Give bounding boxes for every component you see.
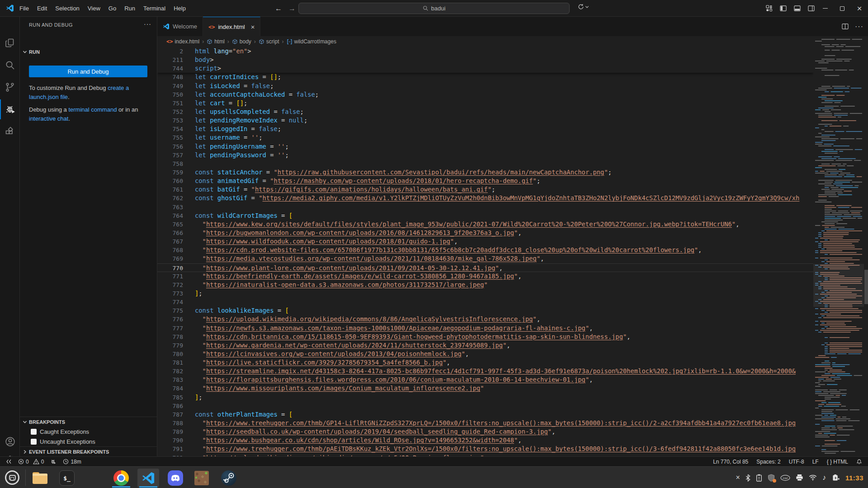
line-col-indicator[interactable]: Ln 770, Col 85: [711, 457, 750, 467]
menu-view[interactable]: View: [84, 3, 104, 14]
menu-terminal[interactable]: Terminal: [139, 3, 170, 14]
file-manager-icon[interactable]: [29, 469, 51, 488]
line-number[interactable]: 774: [157, 298, 183, 306]
bluetooth-icon[interactable]: [745, 474, 750, 482]
code-line[interactable]: 761const batGif = "https://gifgifs.com/a…: [157, 185, 813, 194]
code-line[interactable]: 764const wildCarrotImages = [: [157, 211, 813, 220]
menu-file[interactable]: File: [15, 3, 33, 14]
code-line[interactable]: 783 "https://florapittsburghensis.files.…: [157, 375, 813, 384]
code-line[interactable]: 771 "https://beefriendly-earth.de/assets…: [157, 272, 813, 281]
code-line[interactable]: 790 "https://www.bushgear.co.uk/cdn/shop…: [157, 436, 813, 445]
intel-icon[interactable]: intel: [780, 475, 790, 481]
breakpoint-row-uncaught-exceptions[interactable]: Uncaught Exceptions: [20, 436, 157, 446]
notifications-bell-icon[interactable]: [854, 457, 864, 467]
minimap[interactable]: [813, 36, 864, 456]
breadcrumb-item-html[interactable]: html: [207, 38, 225, 45]
search-view-icon[interactable]: [0, 55, 20, 75]
line-number[interactable]: 771: [157, 272, 183, 281]
event-listener-breakpoints-header[interactable]: EVENT LISTENER BREAKPOINTS: [20, 446, 157, 456]
line-number[interactable]: 763: [157, 203, 183, 211]
line-number[interactable]: 757: [157, 151, 183, 160]
breakpoints-section-header[interactable]: BREAKPOINTS: [20, 417, 157, 427]
code-line[interactable]: 791 "https://www.treehugger.com/thmb/pAE…: [157, 445, 813, 453]
code-line[interactable]: 769 "https://media.vtecostudies.org/wp-c…: [157, 254, 813, 263]
line-number[interactable]: 784: [157, 384, 183, 393]
chrome-icon[interactable]: [110, 469, 132, 488]
code-line[interactable]: 765 "https://www.kew.org/sites/default/f…: [157, 220, 813, 229]
breadcrumb-item-body[interactable]: body: [232, 38, 251, 45]
problems-indicator[interactable]: 0 0: [16, 457, 46, 467]
minimize-button[interactable]: [816, 0, 834, 17]
breakpoint-row-caught-exceptions[interactable]: Caught Exceptions: [20, 427, 157, 436]
code-line[interactable]: 782 "https://streamline.imgix.net/d43158…: [157, 367, 813, 375]
tab-welcome[interactable]: Welcome: [157, 17, 203, 36]
code-line[interactable]: 758: [157, 160, 813, 168]
line-number[interactable]: 752: [157, 108, 183, 116]
line-number[interactable]: 769: [157, 254, 183, 263]
line-number[interactable]: 775: [157, 306, 183, 315]
code-line[interactable]: 749let isLocked = false;: [157, 82, 813, 90]
breadcrumb-item-script[interactable]: script: [259, 38, 279, 45]
code-line[interactable]: 787const otherPlantImages = [: [157, 410, 813, 419]
minimap-slider[interactable]: [813, 264, 864, 307]
line-number[interactable]: 764: [157, 211, 183, 220]
clipboard-icon[interactable]: [756, 474, 762, 482]
sync-status[interactable]: [578, 4, 589, 10]
line-number[interactable]: 783: [157, 375, 183, 384]
extensions-icon[interactable]: [0, 122, 20, 141]
line-number[interactable]: 786: [157, 402, 183, 410]
discord-icon[interactable]: [165, 469, 186, 488]
line-number[interactable]: 758: [157, 160, 183, 168]
shield-update-icon[interactable]: [768, 474, 775, 482]
code-line[interactable]: 760const animatedGif = "https://mashby.c…: [157, 177, 813, 185]
code-line[interactable]: 773];: [157, 289, 813, 298]
code-line[interactable]: 754let isLoggedIn = false;: [157, 125, 813, 133]
checkbox[interactable]: [31, 429, 37, 435]
code-line[interactable]: 772 "https://inaturalist-open-data.s3.am…: [157, 281, 813, 289]
breadcrumb-item-index.html[interactable]: <>index.html: [166, 38, 199, 45]
indentation-indicator[interactable]: Spaces: 2: [754, 457, 783, 467]
terminal-app-icon[interactable]: $_: [56, 469, 78, 488]
line-number[interactable]: 749: [157, 82, 183, 90]
terminal-command-link[interactable]: terminal command: [68, 106, 117, 113]
code-line[interactable]: 211body>: [157, 56, 813, 64]
customize-layout-icon[interactable]: [766, 5, 773, 12]
maximize-button[interactable]: [834, 0, 851, 17]
close-window-button[interactable]: ×: [851, 0, 868, 17]
line-number[interactable]: 762: [157, 194, 183, 202]
code-line[interactable]: 767 "https://www.wildfooduk.com/wp-conte…: [157, 237, 813, 246]
line-number[interactable]: 750: [157, 90, 183, 99]
music-note-icon[interactable]: ♪: [822, 474, 826, 482]
run-and-debug-button[interactable]: Run and Debug: [29, 66, 147, 77]
code-line[interactable]: 776 "https://upload.wikimedia.org/wikipe…: [157, 315, 813, 324]
line-number[interactable]: 790: [157, 436, 183, 445]
line-number[interactable]: 759: [157, 168, 183, 177]
line-number[interactable]: 789: [157, 427, 183, 436]
code-line[interactable]: 785];: [157, 393, 813, 402]
line-number[interactable]: 211: [157, 56, 183, 64]
menu-go[interactable]: Go: [104, 3, 120, 14]
line-number[interactable]: 787: [157, 410, 183, 419]
eol-indicator[interactable]: LF: [810, 457, 821, 467]
code-line[interactable]: 744script>: [157, 64, 813, 73]
line-number[interactable]: 773: [157, 289, 183, 298]
code-line[interactable]: 748let carrotIndices = [];: [157, 73, 813, 81]
menu-selection[interactable]: Selection: [51, 3, 83, 14]
line-number[interactable]: 785: [157, 393, 183, 402]
debug-status-icon[interactable]: [48, 457, 59, 467]
toggle-panel-icon[interactable]: [794, 5, 801, 12]
line-number[interactable]: 766: [157, 229, 183, 237]
remote-indicator[interactable]: [4, 457, 14, 467]
line-number[interactable]: 777: [157, 324, 183, 333]
line-number[interactable]: 780: [157, 350, 183, 358]
line-number[interactable]: 779: [157, 341, 183, 350]
code-line[interactable]: 770 "https://www.plant-lore.com/wp-conte…: [157, 263, 813, 272]
steam-icon[interactable]: [218, 469, 240, 488]
code-line[interactable]: 2html lang="en">: [157, 47, 813, 56]
line-number[interactable]: 791: [157, 445, 183, 453]
source-control-icon[interactable]: [0, 77, 20, 97]
code-line[interactable]: 750let accountCaptchaLocked = false;: [157, 90, 813, 99]
split-editor-icon[interactable]: [842, 23, 849, 30]
line-number[interactable]: 744: [157, 64, 183, 73]
vscode-taskbar-icon[interactable]: [137, 469, 159, 488]
